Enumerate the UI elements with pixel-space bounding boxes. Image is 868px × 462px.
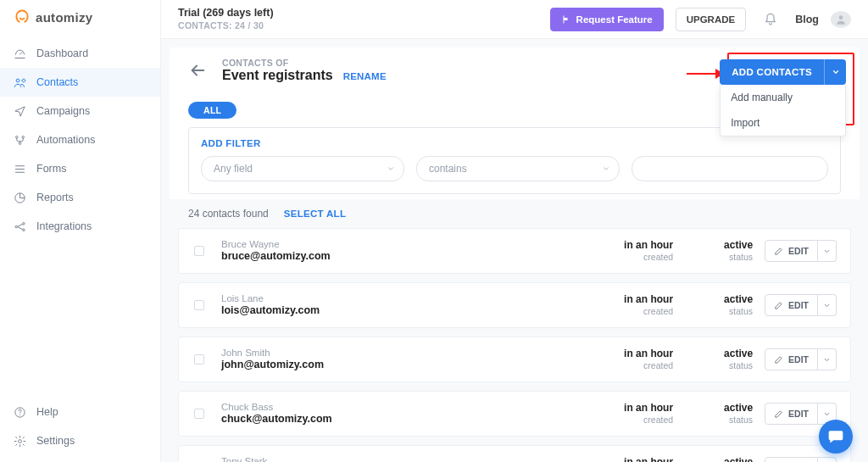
contact-name: Chuck Bass [221,401,580,413]
row-checkbox[interactable] [194,300,204,310]
row-edit-group: EDIT [765,294,837,316]
status-value: active [685,456,753,462]
filter-value-field[interactable] [644,157,815,181]
blog-link[interactable]: Blog [795,14,819,25]
contact-row[interactable]: Tony Starktony@automizy.comin an hourcre… [178,445,851,462]
edit-button[interactable]: EDIT [765,403,818,425]
add-filter-link[interactable]: ADD FILTER [201,138,261,148]
row-checkbox[interactable] [194,246,204,256]
request-feature-button[interactable]: Request Feature [550,8,664,31]
pencil-icon [774,247,783,256]
created-value: in an hour [580,456,673,462]
contact-name: John Smith [221,347,580,359]
contact-email: john@automizy.com [221,359,580,372]
edit-dropdown-toggle[interactable] [818,294,837,316]
row-checkbox[interactable] [194,354,204,365]
sidebar-item-dashboard[interactable]: Dashboard [0,39,160,68]
sidebar-nav: Dashboard Contacts Campaigns Automations… [0,36,160,398]
contact-row[interactable]: Bruce Waynebruce@automizy.comin an hourc… [178,228,851,274]
header-titles: CONTACTS OF Event registrants [222,58,333,83]
filter-field-select[interactable]: Any field [201,156,404,181]
chat-icon [827,428,844,445]
help-icon [14,406,26,419]
row-created: in an hourcreated [580,293,673,317]
bell-icon [764,13,777,26]
status-value: active [685,348,753,360]
speedometer-icon [14,47,26,60]
contact-rows: Bruce Waynebruce@automizy.comin an hourc… [170,228,860,462]
created-value: in an hour [580,293,673,306]
contact-email: bruce@automizy.com [221,250,580,264]
row-person: Lois Lanelois@automizy.com [221,292,580,318]
upgrade-label: UPGRADE [687,14,736,25]
edit-label: EDIT [788,246,809,256]
row-status: activestatus [685,239,753,263]
row-edit-group: EDIT [765,403,837,425]
edit-button[interactable]: EDIT [765,294,818,316]
chat-fab[interactable] [819,420,853,454]
sidebar-item-label: Settings [36,435,75,447]
edit-button[interactable]: EDIT [765,457,818,462]
sidebar-item-help[interactable]: Help [0,398,160,426]
created-value: in an hour [580,239,673,252]
row-edit-group: EDIT [765,240,837,262]
contact-row[interactable]: Chuck Basschuck@automizy.comin an hourcr… [178,391,851,437]
back-button[interactable] [188,61,207,80]
svg-point-9 [19,439,22,443]
filter-field-value: Any field [214,163,253,175]
sidebar-item-label: Reports [36,192,74,203]
add-contacts-button[interactable]: ADD CONTACTS [720,59,824,85]
sidebar-bottom: Help Settings [0,398,160,462]
contact-name: Tony Stark [221,455,580,462]
filter-pill-all[interactable]: ALL [188,102,236,119]
row-created: in an hourcreated [580,348,673,371]
paper-plane-icon [14,105,26,118]
rename-link[interactable]: RENAME [343,71,387,83]
filter-condition-select[interactable]: contains [416,156,620,181]
dropdown-option-add-manually[interactable]: Add manually [721,85,845,110]
filter-box: ADD FILTER Any field contains [188,127,841,194]
header-subtitle: CONTACTS OF [222,58,333,68]
results-meta: 24 contacts found SELECT ALL [170,199,860,228]
sidebar-item-automations[interactable]: Automations [0,125,160,154]
chevron-down-icon [823,302,831,309]
add-contacts-dropdown-toggle[interactable] [824,59,846,85]
row-edit-group: EDIT [765,348,837,370]
row-created: in an hourcreated [580,239,673,263]
sidebar-item-campaigns[interactable]: Campaigns [0,97,160,125]
row-status: activestatus [685,402,753,426]
sidebar-item-contacts[interactable]: Contacts [0,68,160,97]
created-label: created [580,252,673,263]
created-value: in an hour [580,402,673,415]
flow-icon [14,134,26,147]
contact-name: Lois Lane [221,292,580,304]
results-count: 24 contacts found [188,208,269,220]
edit-button[interactable]: EDIT [765,240,818,262]
upgrade-button[interactable]: UPGRADE [676,8,747,31]
contact-name: Bruce Wayne [221,238,580,250]
avatar[interactable] [831,11,851,28]
select-all-link[interactable]: SELECT ALL [284,209,347,219]
row-checkbox[interactable] [194,409,204,419]
notifications-button[interactable] [758,7,783,32]
contact-row[interactable]: Lois Lanelois@automizy.comin an hourcrea… [178,282,851,328]
sidebar-item-settings[interactable]: Settings [0,426,160,455]
edit-button[interactable]: EDIT [765,348,818,370]
logo: automizy [0,0,160,36]
chevron-down-icon [823,248,831,255]
edit-label: EDIT [788,354,809,365]
contact-row[interactable]: John Smithjohn@automizy.comin an hourcre… [178,337,851,382]
sidebar-item-forms[interactable]: Forms [0,154,160,183]
edit-dropdown-toggle[interactable] [818,457,837,462]
annotation-arrow-icon [687,68,724,80]
filter-value-input[interactable] [632,156,828,181]
sidebar-item-integrations[interactable]: Integrations [0,212,160,241]
dropdown-option-import[interactable]: Import [721,110,845,136]
status-label: status [685,360,753,371]
list-icon [14,163,26,175]
edit-dropdown-toggle[interactable] [818,348,837,370]
status-value: active [685,402,753,415]
edit-dropdown-toggle[interactable] [818,240,837,262]
sidebar-item-reports[interactable]: Reports [0,183,160,212]
contact-email: chuck@automizy.com [221,413,580,426]
